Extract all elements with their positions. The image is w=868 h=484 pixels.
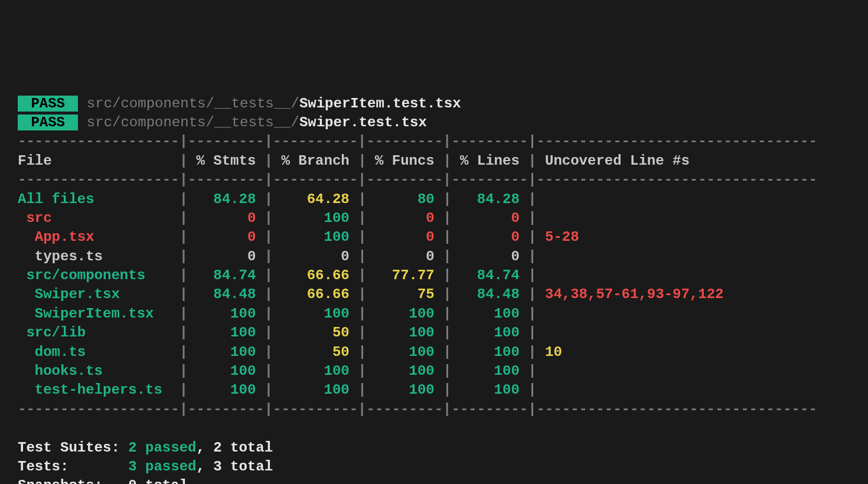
row-file: src/lib	[18, 325, 180, 341]
summary-tests-passed: 3 passed	[128, 459, 196, 475]
row-funcs: 75	[367, 286, 443, 302]
row-funcs: 100	[367, 306, 443, 322]
col-lines: % Lines	[452, 153, 528, 169]
row-stmts: 84.28	[188, 191, 265, 207]
row-lines: 84.28	[452, 191, 528, 207]
row-branch: 100	[273, 382, 358, 398]
terminal-output: PASS src/components/__tests__/SwiperItem…	[0, 77, 868, 484]
row-stmts: 100	[188, 363, 265, 379]
row-file: Swiper.tsx	[18, 286, 180, 302]
summary-suites-label: Test Suites:	[18, 440, 128, 456]
summary-snapshots-total: 0 total	[128, 478, 188, 484]
row-uncov: 10	[537, 344, 562, 360]
row-lines: 0	[452, 210, 528, 226]
row-uncov: 5-28	[537, 229, 579, 245]
row-funcs: 0	[367, 229, 443, 245]
pass-badge: PASS	[18, 96, 78, 112]
row-file: types.ts	[18, 248, 180, 264]
table-rule: -------------------|---------|----------…	[18, 172, 817, 188]
pass-badge: PASS	[18, 115, 78, 130]
row-branch: 66.66	[273, 286, 358, 302]
summary-tests-total: , 3 total	[196, 459, 273, 475]
row-stmts: 84.74	[188, 267, 265, 283]
row-funcs: 100	[367, 325, 443, 341]
row-funcs: 100	[367, 363, 443, 379]
col-file: File	[18, 153, 180, 169]
row-uncov	[537, 191, 545, 207]
test-path-dir: src/components/__tests__/	[87, 115, 299, 130]
row-lines: 0	[452, 229, 528, 245]
row-stmts: 100	[188, 382, 265, 398]
row-file: src	[18, 210, 180, 226]
row-branch: 50	[273, 325, 358, 341]
row-funcs: 0	[367, 210, 443, 226]
row-lines: 100	[452, 363, 528, 379]
test-path-dir: src/components/__tests__/	[87, 96, 299, 112]
row-file: dom.ts	[18, 344, 180, 360]
row-lines: 84.74	[452, 267, 528, 283]
row-stmts: 100	[188, 344, 265, 360]
row-uncov: 34,38,57-61,93-97,122	[537, 286, 724, 302]
row-file: App.tsx	[18, 229, 180, 245]
col-stmts: % Stmts	[188, 153, 265, 169]
row-stmts: 0	[188, 229, 265, 245]
summary-tests-label: Tests:	[18, 459, 128, 475]
summary-suites-total: , 2 total	[196, 440, 273, 456]
row-file: test-helpers.ts	[18, 382, 180, 398]
row-lines: 100	[452, 344, 528, 360]
row-uncov	[537, 306, 545, 322]
row-uncov	[537, 248, 545, 264]
table-rule: -------------------|---------|----------…	[18, 401, 817, 417]
table-rule: -------------------|---------|----------…	[18, 133, 817, 149]
row-stmts: 0	[188, 248, 265, 264]
row-uncov	[537, 325, 545, 341]
row-branch: 64.28	[273, 191, 358, 207]
row-lines: 84.48	[452, 286, 528, 302]
row-lines: 100	[452, 382, 528, 398]
row-stmts: 0	[188, 210, 265, 226]
row-lines: 100	[452, 306, 528, 322]
row-lines: 0	[452, 248, 528, 264]
col-uncov: Uncovered Line #s	[537, 153, 690, 169]
row-branch: 100	[273, 306, 358, 322]
row-uncov	[537, 382, 545, 398]
test-path-file: SwiperItem.test.tsx	[299, 96, 461, 112]
row-funcs: 100	[367, 382, 443, 398]
row-branch: 50	[273, 344, 358, 360]
summary-suites-passed: 2 passed	[128, 440, 196, 456]
row-branch: 0	[273, 248, 358, 264]
row-branch: 100	[273, 229, 358, 245]
row-uncov	[537, 363, 545, 379]
row-file: SwiperItem.tsx	[18, 306, 180, 322]
row-funcs: 80	[367, 191, 443, 207]
row-branch: 100	[273, 363, 358, 379]
row-funcs: 77.77	[367, 267, 443, 283]
row-file: hooks.ts	[18, 363, 180, 379]
row-stmts: 84.48	[188, 286, 265, 302]
row-stmts: 100	[188, 306, 265, 322]
row-stmts: 100	[188, 325, 265, 341]
col-branch: % Branch	[273, 153, 358, 169]
row-branch: 100	[273, 210, 358, 226]
row-uncov	[537, 267, 545, 283]
row-funcs: 0	[367, 248, 443, 264]
test-path-file: Swiper.test.tsx	[299, 115, 427, 130]
row-branch: 66.66	[273, 267, 358, 283]
summary-snapshots-label: Snapshots:	[18, 478, 128, 484]
row-file: All files	[18, 191, 180, 207]
row-uncov	[537, 210, 545, 226]
row-funcs: 100	[367, 344, 443, 360]
row-file: src/components	[18, 267, 180, 283]
col-funcs: % Funcs	[367, 153, 443, 169]
row-lines: 100	[452, 325, 528, 341]
